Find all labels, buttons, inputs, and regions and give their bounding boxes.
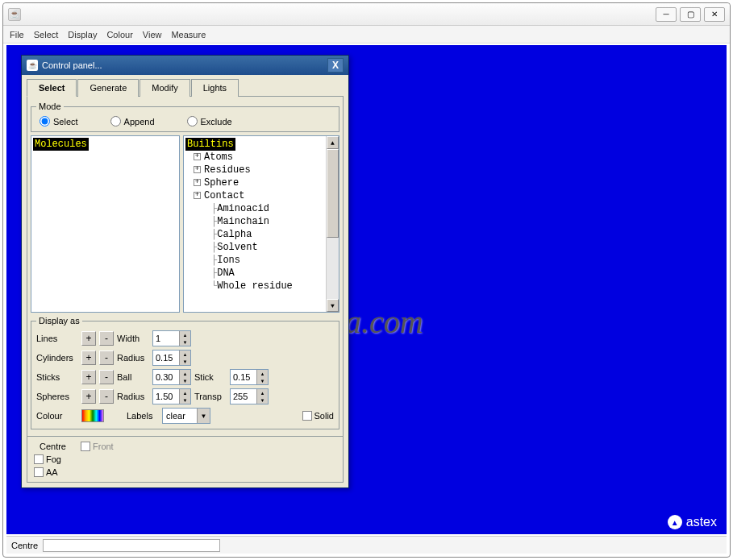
tree-dna[interactable]: ├DNA — [185, 267, 324, 280]
sticks-minus-button[interactable]: - — [99, 370, 114, 384]
spin-up-icon[interactable]: ▲ — [256, 370, 268, 377]
tree-aminoacid[interactable]: ├Aminoacid — [185, 202, 324, 215]
radio-append[interactable] — [110, 116, 121, 127]
builtins-tree[interactable]: Builtins +Atoms +Residues +Sphere +Conta… — [183, 135, 339, 313]
menu-file[interactable]: File — [10, 30, 24, 39]
spin-up-icon[interactable]: ▲ — [179, 370, 190, 377]
tree-wholeresidue[interactable]: └Whole residue — [185, 280, 324, 292]
transp-spinner[interactable]: ▲▼ — [230, 388, 269, 404]
checkbox-icon[interactable] — [81, 442, 90, 451]
tab-generate[interactable]: Generate — [77, 79, 139, 97]
lines-plus-button[interactable]: + — [81, 331, 96, 346]
tree-residues[interactable]: +Residues — [185, 164, 324, 176]
cyl-radius-input[interactable] — [153, 351, 179, 365]
expand-icon[interactable]: + — [194, 153, 201, 160]
colour-swatch-button[interactable] — [81, 409, 104, 422]
stick-spinner[interactable]: ▲▼ — [230, 369, 269, 385]
control-panel-titlebar[interactable]: Control panel... X — [22, 56, 348, 75]
labels-combo[interactable]: clear▼ — [162, 408, 210, 424]
tree-sphere[interactable]: +Sphere — [185, 176, 324, 189]
spin-down-icon[interactable]: ▼ — [256, 396, 268, 404]
display-as-legend: Display as — [36, 316, 82, 326]
molecules-header: Molecules — [33, 138, 89, 151]
fog-checkbox[interactable]: Fog — [34, 454, 61, 464]
expand-icon[interactable]: + — [194, 179, 201, 186]
stick-input[interactable] — [231, 370, 256, 384]
checkbox-icon[interactable] — [34, 467, 44, 477]
molecules-list[interactable]: Molecules — [31, 135, 180, 313]
tree-atoms[interactable]: +Atoms — [185, 151, 324, 164]
tab-select[interactable]: Select — [27, 79, 77, 97]
transp-input[interactable] — [231, 389, 256, 404]
radio-select[interactable] — [40, 116, 50, 127]
lines-minus-button[interactable]: - — [99, 331, 114, 346]
builtins-header: Builtins — [185, 138, 235, 151]
tabbar: Select Generate Modify Lights — [22, 75, 348, 96]
menu-display[interactable]: Display — [68, 30, 97, 39]
width-spinner[interactable]: ▲▼ — [152, 330, 191, 346]
tree-mainchain[interactable]: ├Mainchain — [185, 215, 324, 228]
display-as-group: Display as Lines + - Width ▲▼ Cylinders … — [31, 316, 339, 429]
cyl-radius-spinner[interactable]: ▲▼ — [152, 350, 191, 366]
spin-up-icon[interactable]: ▲ — [179, 389, 190, 396]
mode-radio-select[interactable]: Select — [40, 116, 78, 127]
tree-scrollbar[interactable]: ▲ ▼ — [326, 136, 339, 312]
labels-label: Labels — [127, 411, 159, 421]
bottom-options: Centre Front Fog AA — [27, 437, 344, 483]
spheres-minus-button[interactable]: - — [99, 389, 114, 404]
checkbox-icon[interactable] — [302, 411, 312, 421]
checkbox-icon[interactable] — [34, 454, 44, 464]
canvas-area[interactable]: SoftSea.com ▲ astex Control panel... X S… — [6, 45, 727, 534]
maximize-button[interactable]: ▢ — [680, 7, 701, 22]
mode-radio-append[interactable]: Append — [110, 116, 155, 127]
menu-colour[interactable]: Colour — [106, 30, 132, 39]
status-centre-input[interactable] — [43, 539, 220, 552]
sph-radius-input[interactable] — [153, 389, 179, 404]
menu-measure[interactable]: Measure — [171, 30, 206, 39]
spin-down-icon[interactable]: ▼ — [179, 377, 190, 384]
tab-lights[interactable]: Lights — [191, 79, 239, 97]
width-input[interactable] — [153, 331, 179, 346]
sph-radius-spinner[interactable]: ▲▼ — [152, 388, 191, 404]
solid-checkbox[interactable]: Solid — [302, 411, 334, 421]
spheres-plus-button[interactable]: + — [81, 389, 96, 404]
expand-icon[interactable]: + — [194, 166, 201, 173]
cylinders-minus-button[interactable]: - — [99, 351, 114, 365]
spin-up-icon[interactable]: ▲ — [256, 389, 268, 396]
spin-down-icon[interactable]: ▼ — [179, 338, 190, 346]
spin-down-icon[interactable]: ▼ — [179, 358, 190, 365]
cylinders-plus-button[interactable]: + — [81, 351, 96, 365]
tree-solvent[interactable]: ├Solvent — [185, 241, 324, 254]
expand-icon[interactable]: + — [194, 192, 201, 199]
radio-exclude[interactable] — [187, 116, 198, 127]
titlebar: ─ ▢ ✕ — [3, 3, 730, 26]
scroll-down-button[interactable]: ▼ — [327, 299, 339, 312]
mode-radio-exclude[interactable]: Exclude — [187, 116, 232, 127]
dropdown-icon[interactable]: ▼ — [197, 409, 210, 423]
minimize-button[interactable]: ─ — [656, 7, 677, 22]
close-button[interactable]: ✕ — [704, 7, 725, 22]
centre-label: Centre — [34, 442, 66, 451]
ball-input[interactable] — [153, 370, 179, 384]
scroll-thumb[interactable] — [327, 149, 339, 238]
spin-down-icon[interactable]: ▼ — [179, 396, 190, 404]
panel-close-button[interactable]: X — [327, 58, 344, 73]
tab-modify[interactable]: Modify — [140, 79, 189, 97]
menu-view[interactable]: View — [143, 30, 162, 39]
menubar: File Select Display Colour View Measure — [3, 26, 730, 44]
java-icon — [8, 8, 21, 21]
tree-calpha[interactable]: ├Calpha — [185, 228, 324, 241]
front-checkbox[interactable]: Front — [81, 442, 114, 451]
aa-checkbox[interactable]: AA — [34, 467, 58, 477]
menu-select[interactable]: Select — [34, 30, 59, 39]
ball-spinner[interactable]: ▲▼ — [152, 369, 191, 385]
tree-ions[interactable]: ├Ions — [185, 254, 324, 267]
spin-down-icon[interactable]: ▼ — [256, 377, 268, 384]
tree-contact[interactable]: +Contact — [185, 189, 324, 202]
mode-group: Mode Select Append Exclude — [31, 102, 339, 132]
spin-up-icon[interactable]: ▲ — [179, 331, 190, 338]
sticks-plus-button[interactable]: + — [81, 370, 96, 384]
scroll-up-button[interactable]: ▲ — [327, 136, 339, 149]
spin-up-icon[interactable]: ▲ — [179, 351, 190, 358]
java-icon — [27, 60, 38, 71]
